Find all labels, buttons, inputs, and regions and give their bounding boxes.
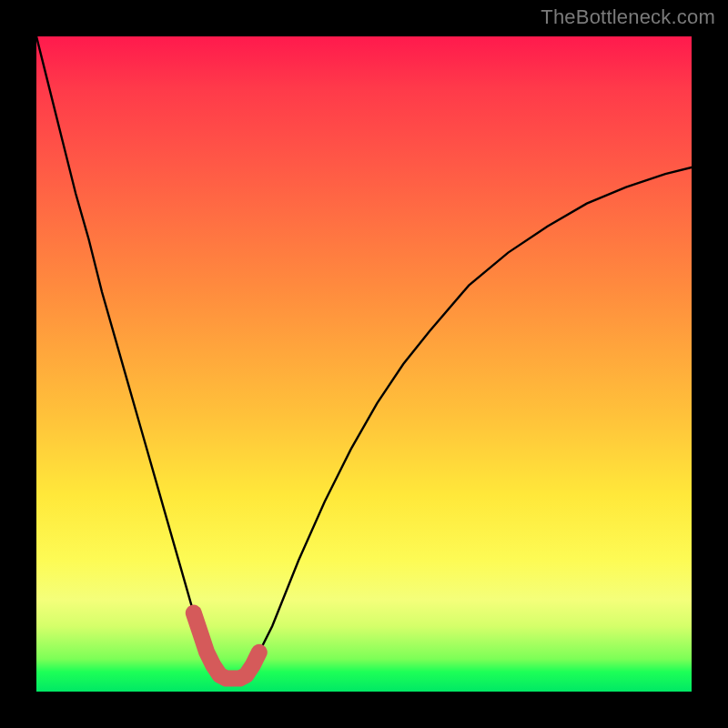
chart-svg xyxy=(36,36,692,692)
curve-path xyxy=(36,36,692,679)
chart-frame: TheBottleneck.com xyxy=(0,0,728,728)
watermark-text: TheBottleneck.com xyxy=(541,5,715,29)
highlight-path xyxy=(194,613,259,679)
plot-area xyxy=(36,36,692,692)
